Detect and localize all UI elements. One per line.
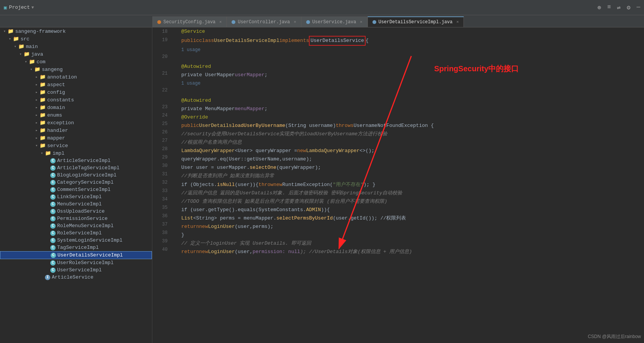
- tab-close[interactable]: ×: [456, 20, 459, 24]
- tree-file-icon: C: [50, 194, 56, 200]
- line-number: 19: [155, 36, 168, 44]
- tree-file-icon: C: [51, 253, 56, 258]
- tree-item-label: SystemLoginServiceImpl: [57, 237, 123, 243]
- line-number: 32: [155, 178, 168, 187]
- code-token: UsernameNotFoundException {: [354, 122, 434, 130]
- tree-item-BlogLoginServiceImpl[interactable]: CBlogLoginServiceImpl: [0, 172, 152, 179]
- tree-item-CategoryServiceImpl[interactable]: CCategoryServiceImpl: [0, 179, 152, 186]
- tree-item-RoleServiceImpl[interactable]: CRoleServiceImpl: [0, 229, 152, 237]
- tree-item-enums[interactable]: ▸📁enums: [0, 111, 152, 119]
- code-token: RuntimeException(: [282, 181, 333, 189]
- tree-item-label: OssUploadService: [57, 208, 105, 214]
- tree-file-icon: C: [50, 216, 56, 221]
- tree-item-UserDetailsServiceImpl[interactable]: CUserDetailsServiceImpl: [0, 251, 152, 259]
- settings-icon[interactable]: ⚙: [627, 4, 631, 11]
- tree-item-label: sangeng-framework: [15, 29, 66, 34]
- tree-arrow: ▾: [12, 44, 18, 49]
- tree-file-icon: C: [50, 245, 56, 250]
- tree-item-sangeng[interactable]: ▾📁sangeng: [0, 66, 152, 73]
- line-number: 39: [155, 237, 168, 245]
- tree-item-label: UserRoleServiceImpl: [57, 260, 113, 266]
- code-token: queryWrapper.eq(User::getUserName,userna…: [181, 155, 312, 163]
- tree-item-ArticleTagServiceImpl[interactable]: CArticleTagServiceImpl: [0, 164, 152, 172]
- tree-item-label: annotation: [47, 74, 77, 80]
- tab-icon: [157, 20, 161, 24]
- code-token: LoginUser: [208, 248, 235, 256]
- code-token: class: [199, 37, 214, 45]
- tree-item-handler[interactable]: ▸📁handler: [0, 127, 152, 134]
- tab-close[interactable]: ×: [294, 20, 296, 24]
- tree-item-annotation[interactable]: ▸📁annotation: [0, 73, 152, 81]
- tree-item-root[interactable]: ▾📁sangeng-framework: [0, 27, 152, 35]
- line-number: 20: [155, 53, 168, 61]
- tab-label: UserController.java: [238, 19, 290, 25]
- tree-item-service[interactable]: ▾📁service: [0, 142, 152, 149]
- tree-file-icon: C: [50, 223, 56, 229]
- tree-file-icon: 📁: [40, 104, 46, 111]
- code-line: return new LoginUser(user, permission: n…: [181, 248, 640, 256]
- tab-tab1[interactable]: SecurityConfig.java×: [152, 16, 227, 27]
- tab-tab4[interactable]: UserDetailsServiceImpl.java×: [368, 16, 464, 27]
- tree-file-icon: 📁: [40, 74, 46, 80]
- tree-item-MenuServiceImpl[interactable]: CMenuServiceImpl: [0, 200, 152, 208]
- tree-item-PermissionService[interactable]: CPermissionService: [0, 215, 152, 222]
- dropdown-arrow[interactable]: ▼: [31, 5, 34, 10]
- code-token: if (user.getType().equals(SystemConstant…: [181, 206, 306, 214]
- tree-arrow: ▸: [34, 113, 40, 117]
- gutter: [170, 27, 177, 343]
- tree-item-LinkServiceImpl[interactable]: CLinkServiceImpl: [0, 193, 152, 200]
- tree-file-icon: 📁: [13, 36, 19, 42]
- line-number: 38: [155, 229, 168, 237]
- code-token: )){: [321, 206, 330, 214]
- tab-close[interactable]: ×: [219, 20, 222, 24]
- tree-item-ArticleServiceImpl[interactable]: CArticleServiceImpl: [0, 157, 152, 164]
- tree-file-icon: C: [50, 165, 56, 171]
- tree-item-ArticleService[interactable]: IArticleService: [0, 274, 152, 281]
- code-token: {: [366, 37, 369, 45]
- tab-label: UserDetailsServiceImpl.java: [379, 19, 452, 25]
- tab-icon: [232, 20, 235, 24]
- list-icon[interactable]: ≡: [607, 4, 611, 11]
- tree-item-config[interactable]: ▸📁config: [0, 88, 152, 96]
- tree-arrow: ▾: [39, 151, 45, 155]
- tree-item-TagServiceImpl[interactable]: CTagServiceImpl: [0, 244, 152, 251]
- main-layout: ▾📁sangeng-framework▾📁src▾📁main▾📁java▾📁co…: [0, 27, 644, 343]
- tree-arrow: ▸: [34, 82, 40, 87]
- tab-icon: [306, 20, 310, 24]
- tree-item-label: handler: [47, 128, 68, 133]
- tab-tab3[interactable]: UserService.java×: [301, 16, 368, 27]
- tree-item-constants[interactable]: ▸📁constants: [0, 96, 152, 104]
- tab-icon: [372, 20, 376, 24]
- code-token: selectPermsByUserId: [276, 214, 333, 223]
- code-area[interactable]: 1819202122232425262728293031323334353637…: [152, 27, 644, 343]
- sync-icon[interactable]: ⊕: [598, 4, 601, 11]
- tree-item-src[interactable]: ▾📁src: [0, 35, 152, 43]
- tree-item-SystemLoginServiceImpl[interactable]: CSystemLoginServiceImpl: [0, 237, 152, 244]
- split-icon[interactable]: ⇌: [617, 4, 621, 11]
- tree-item-RoleMenuServiceImpl[interactable]: CRoleMenuServiceImpl: [0, 222, 152, 229]
- tree-item-java[interactable]: ▾📁java: [0, 50, 152, 58]
- tree-arrow: ▸: [34, 128, 40, 133]
- tree-item-main[interactable]: ▾📁main: [0, 43, 152, 50]
- code-token: List: [181, 214, 193, 223]
- code-token: return: [181, 248, 199, 256]
- tab-close[interactable]: ×: [360, 20, 363, 24]
- tab-tab2[interactable]: UserController.java×: [227, 16, 301, 27]
- tree-item-OssUploadService[interactable]: COssUploadService: [0, 208, 152, 215]
- tree-item-aspect[interactable]: ▸📁aspect: [0, 81, 152, 88]
- tree-item-com[interactable]: ▾📁com: [0, 58, 152, 66]
- tree-item-UserServiceImpl[interactable]: CUserServiceImpl: [0, 266, 152, 274]
- tree-item-domain[interactable]: ▸📁domain: [0, 104, 152, 111]
- code-line: User user = userMapper.selectOne(queryWr…: [181, 163, 640, 172]
- tree-item-impl[interactable]: ▾📁impl: [0, 149, 152, 157]
- code-token: (user,: [235, 248, 252, 256]
- tree-item-CommentServiceImpl[interactable]: CCommentServiceImpl: [0, 186, 152, 193]
- minimize-icon[interactable]: —: [636, 4, 640, 11]
- code-line: public class UserDetailsServiceImpl impl…: [181, 36, 640, 46]
- code-token: ); //UserDetails对象(权限信息 + 用户信息): [300, 248, 412, 256]
- tree-item-exception[interactable]: ▸📁exception: [0, 119, 152, 127]
- tree-item-mapper[interactable]: ▸📁mapper: [0, 134, 152, 142]
- tree-file-icon: 📁: [24, 51, 30, 57]
- tree-item-UserRoleServiceImpl[interactable]: CUserRoleServiceImpl: [0, 259, 152, 266]
- tree-file-icon: 📁: [40, 89, 46, 95]
